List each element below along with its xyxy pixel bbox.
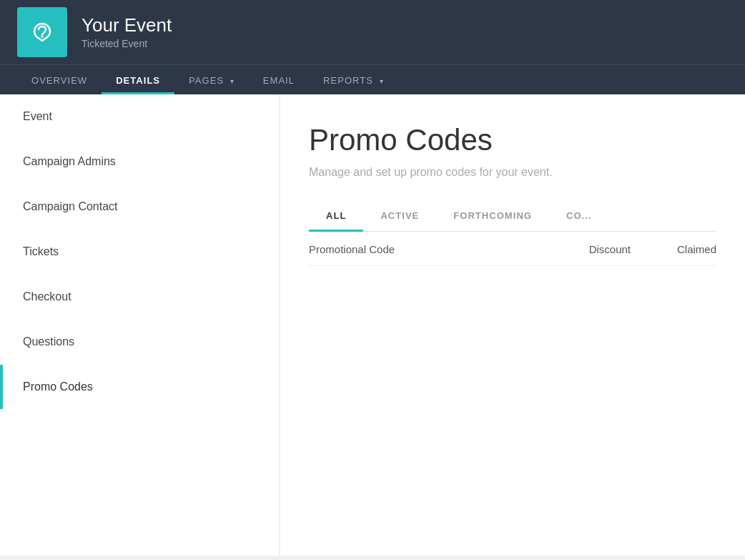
main-nav: OVERVIEW DETAILS PAGES ▾ EMAIL REPORTS ▾ (0, 64, 745, 94)
nav-item-email[interactable]: EMAIL (249, 65, 309, 94)
event-subtitle: Ticketed Event (82, 38, 147, 49)
sidebar-item-checkout[interactable]: Checkout (0, 275, 279, 320)
sidebar-item-questions[interactable]: Questions (0, 320, 279, 365)
sidebar-item-promo-codes[interactable]: Promo Codes (0, 365, 279, 410)
col-header-claimed: Claimed (638, 243, 716, 255)
pages-chevron-icon: ▾ (230, 77, 235, 85)
reports-chevron-icon: ▾ (380, 77, 384, 85)
page-title: Promo Codes (309, 123, 716, 157)
promo-tabs: ALL ACTIVE FORTHCOMING CO... (309, 202, 716, 232)
tab-completed[interactable]: CO... (549, 202, 609, 231)
sidebar: Event Campaign Admins Campaign Contact T… (0, 94, 279, 556)
tab-all[interactable]: ALL (309, 202, 363, 231)
sidebar-item-campaign-admins[interactable]: Campaign Admins (0, 139, 279, 185)
sidebar-item-event[interactable]: Event (0, 94, 279, 139)
main-content: Promo Codes Manage and set up promo code… (280, 94, 745, 556)
tab-active[interactable]: ACTIVE (363, 202, 436, 231)
nav-item-overview[interactable]: OVERVIEW (17, 65, 102, 94)
header: Your Event Ticketed Event (0, 0, 745, 64)
col-header-discount: Discount (552, 243, 638, 255)
event-title: Your Event (82, 14, 172, 36)
event-logo (17, 7, 67, 57)
svg-point-0 (41, 36, 44, 38)
tab-forthcoming[interactable]: FORTHCOMING (436, 202, 549, 231)
header-title-block: Your Event Ticketed Event (82, 14, 172, 49)
col-header-promo-code: Promotional Code (309, 243, 552, 255)
nav-item-pages[interactable]: PAGES ▾ (174, 65, 249, 94)
nav-item-reports[interactable]: REPORTS ▾ (309, 65, 398, 94)
nav-item-details[interactable]: DETAILS (102, 65, 174, 94)
table-header-row: Promotional Code Discount Claimed (309, 232, 716, 266)
page-layout: Event Campaign Admins Campaign Contact T… (0, 94, 745, 556)
sidebar-item-tickets[interactable]: Tickets (0, 230, 279, 275)
sidebar-item-campaign-contact[interactable]: Campaign Contact (0, 185, 279, 230)
page-subtitle: Manage and set up promo codes for your e… (309, 166, 716, 179)
